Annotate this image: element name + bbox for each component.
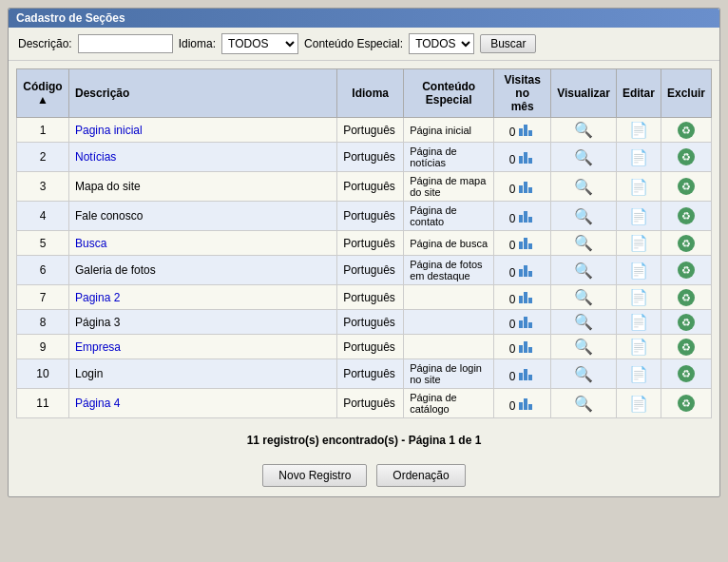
edit-icon[interactable]: 📄	[629, 338, 648, 356]
col-descricao[interactable]: Descrição	[69, 69, 337, 118]
cell-editar[interactable]: 📄	[616, 118, 661, 143]
search-icon[interactable]: 🔍	[574, 338, 593, 356]
chart-icon[interactable]	[519, 148, 536, 164]
edit-icon[interactable]: 📄	[629, 148, 648, 166]
cell-visualizar[interactable]: 🔍	[551, 172, 617, 202]
delete-icon[interactable]: ♻	[678, 178, 695, 195]
conteudo-select[interactable]: TODOS	[409, 33, 474, 54]
edit-icon[interactable]: 📄	[629, 395, 648, 413]
col-codigo[interactable]: Código ▲	[17, 69, 69, 118]
col-visitas[interactable]: Visitasnomês	[494, 69, 551, 118]
cell-visitas[interactable]: 0	[494, 310, 551, 335]
chart-icon[interactable]	[519, 262, 536, 277]
search-icon[interactable]: 🔍	[574, 395, 593, 413]
chart-icon[interactable]	[519, 395, 536, 410]
cell-editar[interactable]: 📄	[616, 143, 661, 172]
cell-visitas[interactable]: 0	[494, 143, 551, 172]
cell-excluir[interactable]: ♻	[661, 310, 711, 335]
edit-icon[interactable]: 📄	[629, 365, 648, 383]
edit-icon[interactable]: 📄	[629, 178, 648, 196]
cell-excluir[interactable]: ♻	[661, 256, 711, 285]
idioma-select[interactable]: TODOS Português Inglês Espanhol	[221, 33, 298, 54]
cell-visualizar[interactable]: 🔍	[551, 310, 617, 335]
cell-editar[interactable]: 📄	[616, 359, 661, 389]
col-idioma[interactable]: Idioma	[337, 69, 404, 118]
chart-icon[interactable]	[519, 234, 536, 249]
cell-excluir[interactable]: ♻	[661, 285, 711, 310]
cell-excluir[interactable]: ♻	[661, 202, 711, 231]
chart-icon[interactable]	[519, 313, 536, 328]
col-excluir[interactable]: Excluir	[661, 69, 711, 118]
cell-visualizar[interactable]: 🔍	[551, 285, 617, 310]
delete-icon[interactable]: ♻	[678, 365, 695, 382]
cell-visitas[interactable]: 0	[494, 172, 551, 202]
ordenacao-button[interactable]: Ordenação	[376, 464, 465, 487]
cell-visitas[interactable]: 0	[494, 389, 551, 418]
cell-editar[interactable]: 📄	[616, 202, 661, 231]
buscar-button[interactable]: Buscar	[480, 34, 536, 53]
search-icon[interactable]: 🔍	[574, 288, 593, 306]
cell-editar[interactable]: 📄	[616, 172, 661, 202]
chart-icon[interactable]	[519, 207, 536, 223]
chart-icon[interactable]	[519, 288, 536, 303]
search-icon[interactable]: 🔍	[574, 365, 593, 383]
cell-editar[interactable]: 📄	[616, 389, 661, 418]
cell-descricao[interactable]: Página 4	[69, 389, 337, 418]
cell-visualizar[interactable]: 🔍	[551, 335, 617, 359]
search-icon[interactable]: 🔍	[574, 262, 593, 280]
cell-editar[interactable]: 📄	[616, 285, 661, 310]
cell-visitas[interactable]: 0	[494, 359, 551, 389]
descricao-link[interactable]: Pagina inicial	[75, 124, 143, 137]
col-editar[interactable]: Editar	[616, 69, 661, 118]
edit-icon[interactable]: 📄	[629, 288, 648, 306]
cell-visualizar[interactable]: 🔍	[551, 256, 617, 285]
cell-visualizar[interactable]: 🔍	[551, 118, 617, 143]
descricao-link[interactable]: Página 4	[75, 397, 120, 410]
cell-editar[interactable]: 📄	[616, 310, 661, 335]
cell-editar[interactable]: 📄	[616, 231, 661, 256]
search-icon[interactable]: 🔍	[574, 207, 593, 225]
cell-excluir[interactable]: ♻	[661, 172, 711, 202]
cell-descricao[interactable]: Busca	[69, 231, 337, 256]
cell-visitas[interactable]: 0	[494, 256, 551, 285]
descricao-link[interactable]: Pagina 2	[75, 291, 120, 304]
search-icon[interactable]: 🔍	[574, 178, 593, 196]
col-visualizar[interactable]: Visualizar	[551, 69, 617, 118]
delete-icon[interactable]: ♻	[678, 395, 695, 412]
cell-descricao[interactable]: Empresa	[69, 335, 337, 359]
cell-excluir[interactable]: ♻	[661, 335, 711, 359]
delete-icon[interactable]: ♻	[678, 339, 695, 356]
cell-visualizar[interactable]: 🔍	[551, 143, 617, 172]
cell-visitas[interactable]: 0	[494, 285, 551, 310]
cell-excluir[interactable]: ♻	[661, 143, 711, 172]
edit-icon[interactable]: 📄	[629, 313, 648, 331]
cell-visualizar[interactable]: 🔍	[551, 389, 617, 418]
delete-icon[interactable]: ♻	[678, 122, 695, 139]
search-icon[interactable]: 🔍	[574, 313, 593, 331]
delete-icon[interactable]: ♻	[678, 314, 695, 331]
descricao-input[interactable]	[78, 34, 173, 53]
cell-descricao[interactable]: Notícias	[69, 143, 337, 172]
cell-descricao[interactable]: Pagina inicial	[69, 118, 337, 143]
cell-excluir[interactable]: ♻	[661, 118, 711, 143]
chart-icon[interactable]	[519, 121, 536, 136]
delete-icon[interactable]: ♻	[678, 262, 695, 279]
search-icon[interactable]: 🔍	[574, 148, 593, 166]
col-conteudo[interactable]: ConteúdoEspecial	[404, 69, 494, 118]
cell-visitas[interactable]: 0	[494, 118, 551, 143]
delete-icon[interactable]: ♻	[678, 289, 695, 306]
delete-icon[interactable]: ♻	[678, 207, 695, 224]
descricao-link[interactable]: Notícias	[75, 150, 116, 164]
cell-visualizar[interactable]: 🔍	[551, 202, 617, 231]
edit-icon[interactable]: 📄	[629, 262, 648, 280]
edit-icon[interactable]: 📄	[629, 234, 648, 252]
chart-icon[interactable]	[519, 338, 536, 353]
cell-visitas[interactable]: 0	[494, 202, 551, 231]
cell-excluir[interactable]: ♻	[661, 389, 711, 418]
edit-icon[interactable]: 📄	[629, 121, 648, 139]
cell-excluir[interactable]: ♻	[661, 359, 711, 389]
search-icon[interactable]: 🔍	[574, 121, 593, 139]
chart-icon[interactable]	[519, 178, 536, 193]
descricao-link[interactable]: Busca	[75, 237, 106, 250]
cell-visualizar[interactable]: 🔍	[551, 359, 617, 389]
